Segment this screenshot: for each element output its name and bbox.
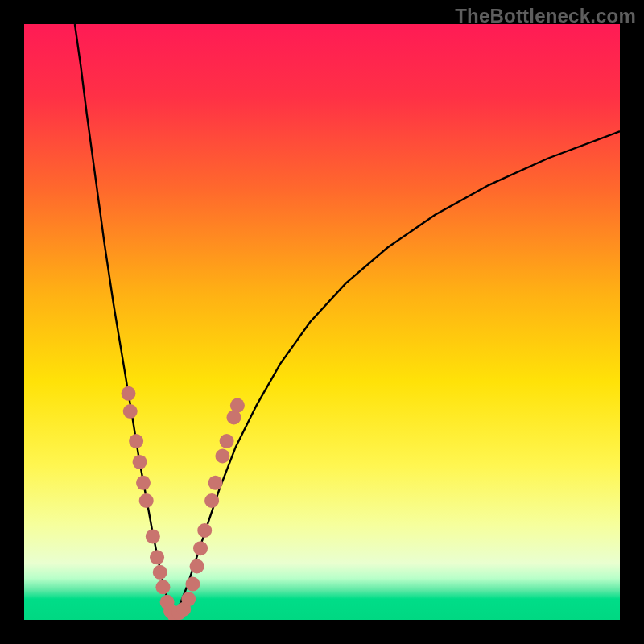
scatter-dot <box>153 565 167 580</box>
scatter-dot <box>129 434 143 448</box>
scatter-dot <box>181 592 196 606</box>
scatter-dot <box>150 550 164 564</box>
scatter-dot <box>197 523 212 538</box>
scatter-dot <box>190 559 204 573</box>
scatter-dot <box>122 386 136 401</box>
chart-frame <box>24 24 620 620</box>
scatter-dot <box>146 529 160 543</box>
scatter-dot <box>220 434 234 448</box>
scatter-dot <box>204 493 219 508</box>
scatter-dot <box>136 476 151 490</box>
scatter-dot <box>155 580 170 594</box>
curve-left-branch <box>75 24 173 618</box>
scatter-dot <box>208 476 223 490</box>
scatter-dot <box>139 493 154 508</box>
scatter-dot <box>185 577 200 592</box>
scatter-dot <box>215 449 229 464</box>
chart-svg <box>24 24 620 620</box>
scatter-dot <box>193 541 208 555</box>
scatter-dot <box>123 404 138 419</box>
scatter-dot <box>133 455 147 469</box>
scatter-dot <box>230 398 245 413</box>
curve-right-branch <box>173 131 620 618</box>
scatter-group <box>122 386 245 620</box>
